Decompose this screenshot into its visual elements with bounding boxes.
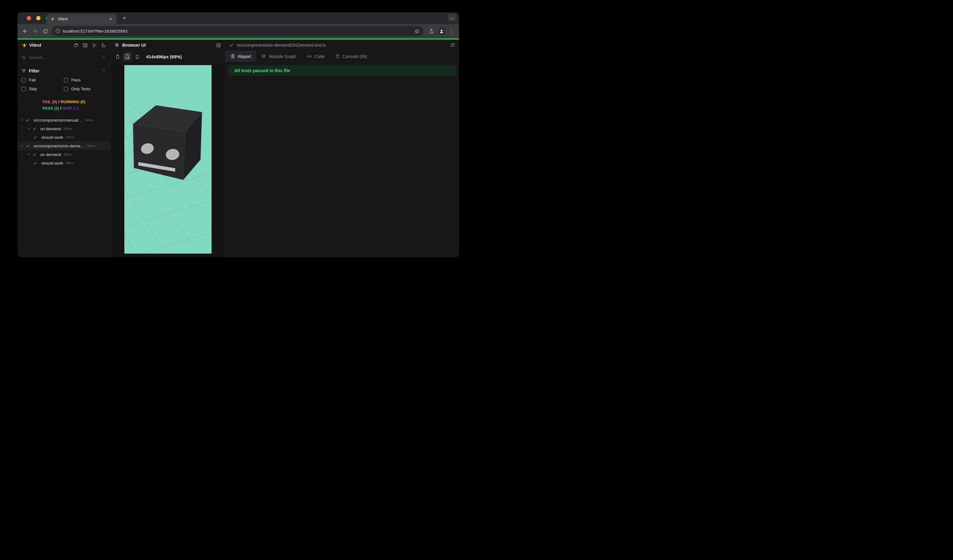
- vitest-ui: Vitest: [17, 40, 459, 257]
- tree-row-suite[interactable]: on demand 43ms: [17, 150, 110, 159]
- collapse-windows-icon[interactable]: [73, 43, 79, 48]
- browser-menu-kebab-icon[interactable]: ⋮: [446, 26, 456, 36]
- profile-avatar[interactable]: [436, 26, 446, 36]
- dark-mode-moon-icon[interactable]: [101, 43, 106, 48]
- bookmark-star-icon[interactable]: [414, 29, 420, 34]
- report-header: src/components/on-demand/OnDemand.test.t…: [225, 40, 459, 51]
- tab-title: Vitest: [58, 17, 108, 21]
- summary-line-2: PASS (2)/SKIP (--): [42, 105, 85, 112]
- search-bar: [17, 51, 110, 65]
- clipboard-icon: [231, 54, 235, 59]
- sidebar: Vitest: [17, 40, 110, 257]
- pass-check-icon: [33, 153, 37, 157]
- tree-row-file-selected[interactable]: src/components/on-dema… 43ms: [17, 141, 110, 150]
- filter-funnel-icon: [22, 69, 26, 73]
- pass-check-icon: [229, 43, 234, 47]
- tab-console[interactable]: Console (69): [330, 51, 373, 62]
- browser-ui-panel: Browser UI 414x896px (68%): [110, 40, 225, 257]
- all-tests-passed-banner: All tests passed in this file: [228, 65, 456, 76]
- test-tree: src/components/manual/… 56ms on demand 5…: [17, 114, 110, 257]
- forward-button[interactable]: [30, 26, 40, 36]
- pass-check-icon: [33, 161, 37, 165]
- console-icon: [335, 54, 340, 59]
- open-external-icon[interactable]: [450, 43, 455, 48]
- test-file-path: src/components/on-demand/OnDemand.test.t…: [237, 43, 326, 48]
- tab-search-button[interactable]: ⌄: [448, 14, 456, 21]
- pass-check-icon: [33, 135, 37, 140]
- checkbox-skip[interactable]: Skip: [22, 87, 64, 91]
- checkbox-pass[interactable]: Pass: [64, 78, 106, 82]
- checkbox-box[interactable]: [22, 87, 26, 91]
- checkbox-only-tests[interactable]: Only Tests: [64, 87, 106, 91]
- tree-indent-guide: [23, 150, 23, 167]
- clear-filter-icon[interactable]: [102, 55, 106, 60]
- tab-strip: Vitest ✕ + ⌄: [17, 12, 459, 24]
- vitest-favicon-icon: [50, 17, 55, 22]
- tree-indent-guide: [30, 133, 30, 141]
- tree-row-test[interactable]: should work 43ms: [17, 159, 110, 168]
- desktop-background: { "browser": { "tab_title": "Vitest", "u…: [0, 0, 476, 280]
- tree-row-suite[interactable]: on demand 56ms: [17, 124, 110, 133]
- device-phone-add-icon[interactable]: [123, 53, 131, 61]
- new-tab-button[interactable]: +: [121, 14, 128, 22]
- back-button[interactable]: [20, 26, 30, 36]
- site-info-icon[interactable]: ⓘ: [56, 28, 60, 34]
- close-window-button[interactable]: [27, 16, 31, 20]
- filter-section: Filter Fail Pass Skip Only Tests: [17, 65, 110, 96]
- url-text[interactable]: localhost:5173/#/?file=1828625563: [63, 29, 414, 34]
- pass-check-icon: [33, 127, 37, 131]
- device-toolbar: 414x896px (68%): [110, 51, 225, 63]
- dock-panel-right-icon[interactable]: [216, 43, 221, 48]
- sidebar-title: Vitest: [29, 43, 41, 48]
- summary-line-1: FAIL (0)/RUNNING (0): [42, 99, 85, 105]
- device-phone-icon[interactable]: [113, 53, 121, 61]
- browser-window: Vitest ✕ + ⌄ ⓘ localhost:5173/#/?file=18…: [17, 12, 459, 257]
- code-icon: </>: [307, 54, 312, 59]
- search-icon: [22, 55, 26, 60]
- tab-code[interactable]: </> Code: [301, 51, 330, 62]
- robot-cube: [133, 105, 202, 180]
- module-graph-icon: [261, 54, 266, 59]
- device-viewport[interactable]: [124, 65, 211, 254]
- browser-toolbar: ⓘ localhost:5173/#/?file=1828625563 ⋮: [17, 24, 459, 38]
- tab-close-icon[interactable]: ✕: [108, 16, 113, 22]
- dashboard-icon[interactable]: [82, 43, 88, 48]
- checkbox-box[interactable]: [22, 78, 26, 82]
- run-all-play-icon[interactable]: [92, 43, 97, 48]
- tree-row-test[interactable]: should work 55ms: [17, 133, 110, 141]
- browser-tab[interactable]: Vitest ✕: [47, 14, 116, 24]
- sidebar-header: Vitest: [17, 40, 110, 51]
- browser-preview-area: [110, 63, 225, 257]
- clear-filter-icon[interactable]: [102, 69, 106, 73]
- chevron-down-icon[interactable]: [27, 127, 31, 130]
- tab-report[interactable]: Report: [225, 51, 256, 62]
- test-summary: FAIL (0)/RUNNING (0) PASS (2)/SKIP (--): [17, 96, 110, 114]
- minimize-window-button[interactable]: [36, 16, 40, 20]
- device-tablet-icon[interactable]: [133, 53, 141, 61]
- reload-button[interactable]: [40, 26, 50, 36]
- pass-check-icon: [26, 118, 30, 122]
- chevron-down-icon[interactable]: [27, 153, 31, 156]
- report-panel: src/components/on-demand/OnDemand.test.t…: [225, 40, 459, 257]
- vitest-logo-icon: [22, 42, 27, 48]
- filter-title: Filter: [29, 68, 39, 73]
- search-input[interactable]: [29, 55, 99, 60]
- chevron-down-icon[interactable]: [20, 144, 24, 148]
- pass-check-icon: [26, 144, 30, 148]
- checkbox-fail[interactable]: Fail: [22, 78, 64, 82]
- tree-row-file[interactable]: src/components/manual/… 56ms: [17, 116, 110, 124]
- report-tabs: Report Module Graph </> Code Console: [225, 51, 459, 62]
- tab-module-graph[interactable]: Module Graph: [256, 51, 301, 62]
- browser-ui-title: Browser UI: [122, 43, 146, 48]
- browser-ui-header: Browser UI: [110, 40, 225, 51]
- checkbox-box[interactable]: [64, 87, 68, 91]
- address-bar[interactable]: ⓘ localhost:5173/#/?file=1828625563: [51, 26, 424, 36]
- tree-indent-guide: [30, 159, 30, 167]
- chevron-down-icon[interactable]: [20, 118, 24, 122]
- globe-icon: [115, 43, 120, 48]
- experiments-flask-icon[interactable]: [426, 26, 436, 36]
- threejs-scene: [124, 65, 211, 254]
- checkbox-box[interactable]: [64, 78, 68, 82]
- report-content: All tests passed in this file: [225, 62, 459, 79]
- viewport-dimensions[interactable]: 414x896px (68%): [146, 54, 182, 59]
